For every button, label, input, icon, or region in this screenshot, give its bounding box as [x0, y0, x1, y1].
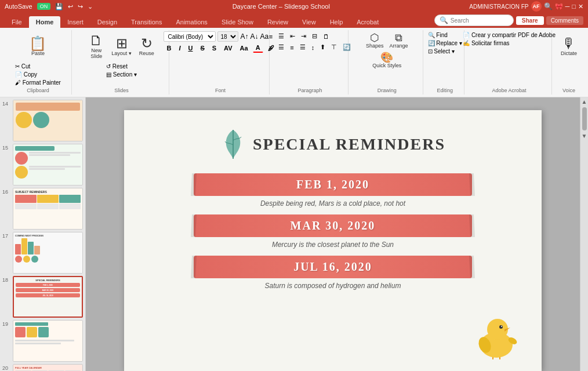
bold-button[interactable]: B — [164, 43, 174, 53]
font-size-select[interactable]: 18 — [217, 31, 238, 42]
numbering-button[interactable]: ☰ — [276, 31, 286, 41]
maximize-icon[interactable]: □ — [572, 3, 576, 10]
user-avatar[interactable]: AF — [531, 1, 542, 12]
tab-view[interactable]: View — [295, 16, 323, 28]
scroll-down-arrow[interactable]: ▼ — [582, 133, 587, 139]
align-center-button[interactable]: ☰ — [276, 42, 286, 52]
tab-slideshow[interactable]: Slide Show — [215, 16, 260, 28]
new-slide-button[interactable]: 🗋 New Slide — [85, 31, 108, 61]
format-painter-button[interactable]: 🖌 Format Painter — [13, 79, 63, 86]
search-icon[interactable]: 🔍 — [544, 2, 553, 10]
undo-icon[interactable]: ↩ — [68, 3, 73, 10]
close-icon[interactable]: ✕ — [578, 3, 583, 10]
search-icon-ribbon: 🔍 — [440, 16, 448, 24]
minimize-icon[interactable]: ─ — [565, 3, 570, 10]
select-button[interactable]: ⊡ Select ▾ — [426, 48, 464, 55]
slide-number-20: 20 — [2, 364, 10, 371]
comments-button[interactable]: Comments — [546, 16, 583, 25]
tab-insert[interactable]: Insert — [60, 16, 90, 28]
search-input[interactable] — [451, 17, 509, 24]
section-button[interactable]: ▤ Section ▾ — [104, 71, 139, 78]
slide-item-20[interactable]: 20 FULL YEAR CALENDAR — [2, 364, 83, 371]
slide-item-17[interactable]: 17 COMING NEXT PROCESS — [2, 232, 83, 274]
align-right-button[interactable]: ≡ — [288, 43, 296, 52]
paste-button[interactable]: 📋 Paste — [26, 31, 49, 61]
scroll-up-arrow[interactable]: ▲ — [582, 99, 587, 105]
line-spacing-button[interactable]: ↕ — [309, 43, 317, 52]
date-text-2: MAR 30, 2020 — [291, 219, 376, 232]
slide-thumb-14[interactable] — [13, 100, 83, 141]
tab-help[interactable]: Help — [323, 16, 350, 28]
slide-item-14[interactable]: 14 — [2, 100, 83, 141]
text-direction-button[interactable]: ⬆ — [318, 42, 328, 52]
redo-icon[interactable]: ↪ — [78, 3, 83, 10]
slide-item-18[interactable]: 18 SPECIAL REMINDERS FEB 1, 2020 MAR 30,… — [2, 276, 83, 318]
increase-font-icon[interactable]: A↑ — [240, 32, 248, 41]
shadow-button[interactable]: S — [209, 43, 219, 53]
decrease-indent-button[interactable]: ⇤ — [288, 31, 297, 41]
font-color-button[interactable]: A — [253, 43, 263, 53]
slide-thumb-20[interactable]: FULL YEAR CALENDAR — [13, 364, 83, 371]
cut-button[interactable]: ✂ Cut — [13, 63, 63, 70]
tab-review[interactable]: Review — [260, 16, 295, 28]
request-signatures-button[interactable]: ✍ Solicitar firmas — [460, 39, 558, 47]
tab-acrobat[interactable]: Acrobat — [350, 16, 386, 28]
slide-item-15[interactable]: 15 — [2, 144, 83, 186]
slide-thumb-18[interactable]: SPECIAL REMINDERS FEB 1, 2020 MAR 30, 20… — [13, 276, 83, 318]
smart-art-button[interactable]: 🗒 — [321, 32, 332, 41]
shapes-button[interactable]: ⬡ Shapes — [364, 31, 386, 50]
decrease-font-icon[interactable]: A↓ — [250, 32, 258, 41]
date-text-3: JUL 16, 2020 — [293, 260, 372, 273]
slide-thumb-16[interactable]: SUBJECT REMINDERS — [13, 188, 83, 230]
autosave-badge[interactable]: ON — [37, 3, 51, 10]
find-button[interactable]: 🔍 Find — [426, 31, 464, 39]
underline-button[interactable]: U — [185, 43, 195, 53]
reset-button[interactable]: ↺ Reset — [104, 63, 139, 70]
tab-animations[interactable]: Animations — [169, 16, 214, 28]
quick-styles-button[interactable]: 🎨 Quick Styles — [370, 51, 404, 70]
scroll-thumb[interactable] — [582, 107, 587, 130]
italic-button[interactable]: I — [176, 43, 183, 53]
font-controls: Calibri (Body) 18 A↑ A↓ Aa B I U S S AV … — [164, 31, 277, 53]
create-pdf-button[interactable]: 📄 Crear y compartir PDF de Adobe — [460, 31, 558, 39]
dictate-button[interactable]: 🎙 Dictate — [557, 31, 580, 61]
align-text-button[interactable]: ⊤ — [329, 42, 339, 52]
layout-button[interactable]: ⊞ Layout ▾ — [109, 31, 134, 61]
slide-canvas[interactable]: SPECIAL REMINDERS FEB 1, 2020 Despite be… — [124, 110, 542, 371]
tab-transitions[interactable]: Transitions — [124, 16, 169, 28]
bullets-button[interactable]: ≡ — [267, 32, 275, 41]
slides-panel[interactable]: 14 15 — [0, 97, 86, 371]
change-case-button[interactable]: Aa — [237, 43, 251, 53]
increase-indent-button[interactable]: ⇥ — [299, 31, 308, 41]
align-left-button[interactable]: ≡ — [267, 43, 275, 52]
tab-file[interactable]: File — [5, 16, 29, 28]
arrange-icon: ⧉ — [395, 32, 402, 43]
slide-number-18: 18 — [2, 276, 10, 283]
slide-thumb-19[interactable] — [13, 320, 83, 362]
slide-item-16[interactable]: 16 SUBJECT REMINDERS — [2, 188, 83, 230]
title-bar-right: ADMINISTRACION FP AF 🔍 🎀 ─ □ ✕ — [469, 1, 583, 12]
replace-button[interactable]: 🔄 Replace ▾ — [426, 39, 464, 47]
ribbon-toggle-icon[interactable]: 🎀 — [555, 3, 563, 10]
date-banner-2: MAR 30, 2020 — [194, 214, 472, 237]
user-name: ADMINISTRACION FP — [469, 3, 528, 10]
share-button[interactable]: Share — [516, 16, 544, 25]
arrange-button[interactable]: ⧉ Arrange — [387, 31, 410, 50]
tab-design[interactable]: Design — [90, 16, 124, 28]
ribbon-tabs-row: File Home Insert Design Transitions Anim… — [0, 13, 588, 28]
right-scrollbar[interactable]: ▲ ▼ — [580, 97, 588, 371]
slide-thumb-17[interactable]: COMING NEXT PROCESS — [13, 232, 83, 274]
tab-home[interactable]: Home — [29, 16, 61, 28]
copy-button[interactable]: 📄 Copy — [13, 71, 63, 78]
save-icon[interactable]: 💾 — [55, 3, 63, 10]
justify-button[interactable]: ☰ — [297, 42, 308, 52]
font-family-select[interactable]: Calibri (Body) — [164, 31, 216, 42]
char-spacing-button[interactable]: AV — [221, 43, 235, 53]
slide-item-19[interactable]: 19 — [2, 320, 83, 362]
search-box[interactable]: 🔍 — [434, 14, 514, 26]
customize-icon[interactable]: ⌄ — [88, 3, 93, 10]
reuse-button[interactable]: ↻ Reuse — [135, 31, 158, 61]
strikethrough-button[interactable]: S — [197, 43, 207, 53]
columns-button[interactable]: ⊟ — [310, 31, 320, 41]
slide-thumb-15[interactable] — [13, 144, 83, 186]
